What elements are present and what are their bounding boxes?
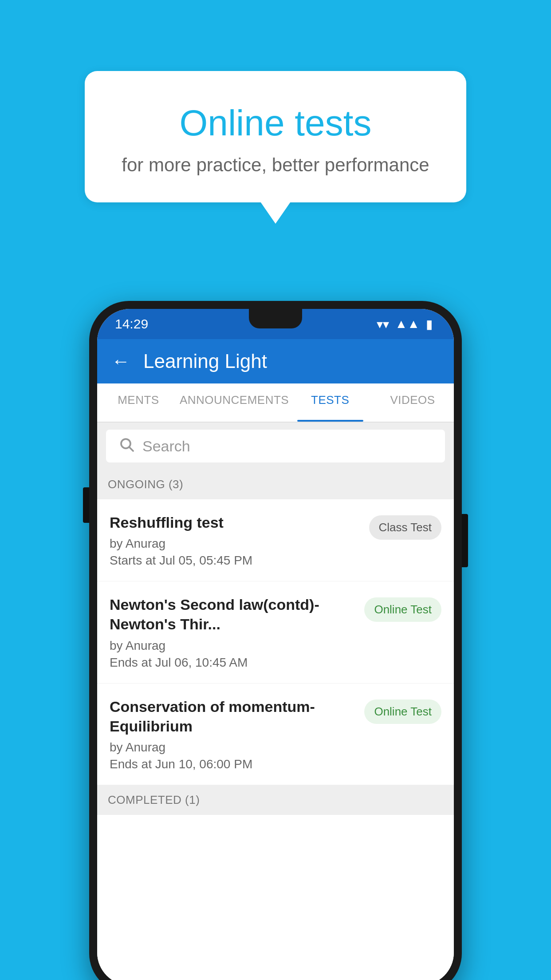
phone-screen: 14:29 ▾▾ ▲▲ ▮ ← Learning Light MENTS ANN… (97, 309, 454, 980)
battery-icon: ▮ (426, 317, 433, 332)
test-badge-online-1: Online Test (364, 597, 441, 622)
test-author-conservation: by Anurag (110, 740, 355, 755)
test-author-newtons: by Anurag (110, 639, 355, 653)
app-bar-title: Learning Light (143, 350, 267, 372)
wifi-icon: ▾▾ (377, 317, 389, 332)
test-date-reshuffling: Starts at Jul 05, 05:45 PM (110, 553, 360, 568)
test-info-reshuffling: Reshuffling test by Anurag Starts at Jul… (110, 513, 360, 568)
tab-tests[interactable]: TESTS (289, 383, 371, 422)
back-button[interactable]: ← (111, 352, 130, 371)
status-icons: ▾▾ ▲▲ ▮ (377, 317, 433, 332)
test-title-conservation: Conservation of momentum-Equilibrium (110, 697, 355, 736)
completed-section-header: COMPLETED (1) (97, 785, 454, 815)
signal-icon: ▲▲ (395, 317, 420, 331)
speech-bubble-subtitle: for more practice, better performance (111, 154, 440, 176)
tab-videos[interactable]: VIDEOS (371, 383, 454, 422)
tab-ments[interactable]: MENTS (97, 383, 180, 422)
tab-announcements[interactable]: ANNOUNCEMENTS (180, 383, 289, 422)
speech-bubble: Online tests for more practice, better p… (85, 71, 466, 202)
svg-line-1 (130, 447, 133, 450)
speech-bubble-container: Online tests for more practice, better p… (85, 71, 466, 202)
test-date-conservation: Ends at Jun 10, 06:00 PM (110, 757, 355, 771)
search-icon (118, 436, 134, 456)
test-item-reshuffling[interactable]: Reshuffling test by Anurag Starts at Jul… (97, 499, 454, 581)
test-title-reshuffling: Reshuffling test (110, 513, 360, 532)
test-author-reshuffling: by Anurag (110, 537, 360, 551)
test-badge-class: Class Test (369, 515, 441, 540)
search-bar[interactable]: Search (106, 430, 445, 462)
test-item-newtons[interactable]: Newton's Second law(contd)-Newton's Thir… (97, 581, 454, 683)
tab-bar: MENTS ANNOUNCEMENTS TESTS VIDEOS (97, 383, 454, 423)
ongoing-section-header: ONGOING (3) (97, 470, 454, 499)
speech-bubble-title: Online tests (111, 102, 440, 144)
test-title-newtons: Newton's Second law(contd)-Newton's Thir… (110, 595, 355, 634)
test-info-newtons: Newton's Second law(contd)-Newton's Thir… (110, 595, 355, 669)
test-list: Reshuffling test by Anurag Starts at Jul… (97, 499, 454, 980)
test-badge-online-2: Online Test (364, 699, 441, 724)
test-item-conservation[interactable]: Conservation of momentum-Equilibrium by … (97, 684, 454, 785)
test-date-newtons: Ends at Jul 06, 10:45 AM (110, 656, 355, 670)
phone-frame: 14:29 ▾▾ ▲▲ ▮ ← Learning Light MENTS ANN… (89, 301, 462, 980)
search-container: Search (97, 423, 454, 470)
app-bar: ← Learning Light (97, 339, 454, 383)
status-time: 14:29 (115, 316, 148, 332)
phone-notch (249, 309, 302, 328)
test-info-conservation: Conservation of momentum-Equilibrium by … (110, 697, 355, 771)
search-input-placeholder: Search (142, 438, 190, 455)
